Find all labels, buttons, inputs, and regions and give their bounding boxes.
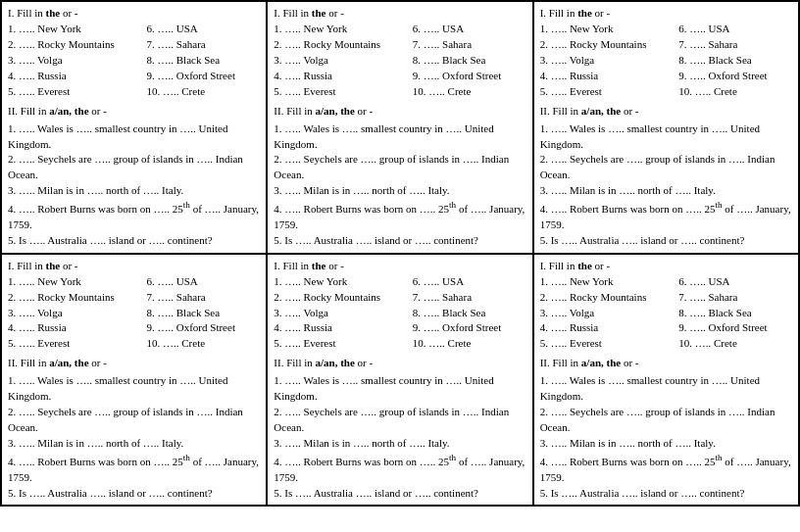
col2-item-4: 10. ….. Crete <box>413 84 526 100</box>
col1-item-4: 5. ….. Everest <box>274 84 413 100</box>
worksheet-cell-2: I. Fill in the or -1. ….. New York2. …..… <box>267 1 532 254</box>
section2-item-3: 4. ….. Robert Burns was born on ….. 25th… <box>8 199 260 233</box>
col2-item-3: 9. ….. Oxford Street <box>678 69 792 84</box>
col2-item-3: 9. ….. Oxford Street <box>147 69 261 84</box>
col1-item-4: 5. ….. Everest <box>8 84 147 100</box>
section2-item-0: 1. ….. Wales is ….. smallest country in … <box>274 121 525 153</box>
col1-item-1: 2. ….. Rocky Mountains <box>540 37 679 53</box>
col1-item-4: 5. ….. Everest <box>540 84 679 100</box>
col2-item-4: 10. ….. Crete <box>413 336 526 352</box>
section2-item-3: 4. ….. Robert Burns was born on ….. 25th… <box>8 452 260 486</box>
worksheet-cell-5: I. Fill in the or -1. ….. New York2. …..… <box>267 254 532 507</box>
section2-item-2: 3. ….. Milan is in ….. north of ….. Ital… <box>274 436 525 452</box>
col2-item-3: 9. ….. Oxford Street <box>678 320 792 336</box>
col2-item-0: 6. ….. USA <box>413 274 526 290</box>
section2-item-4: 5. Is ….. Australia ….. island or ….. co… <box>540 486 792 502</box>
col2-item-2: 8. ….. Black Sea <box>147 306 261 321</box>
col1-item-0: 1. ….. New York <box>274 22 413 37</box>
col1-item-3: 4. ….. Russia <box>274 320 413 336</box>
col2-item-4: 10. ….. Crete <box>678 336 792 352</box>
col1-item-0: 1. ….. New York <box>540 22 679 37</box>
section2-item-4: 5. Is ….. Australia ….. island or ….. co… <box>540 233 792 249</box>
section2-item-1: 2. ….. Seychels are ….. group of islands… <box>8 405 260 436</box>
section2-item-2: 3. ….. Milan is in ….. north of ….. Ital… <box>8 436 260 452</box>
section1-title-1: I. Fill in the or - <box>8 6 260 22</box>
col1-item-3: 4. ….. Russia <box>274 69 413 84</box>
col1-item-2: 3. ….. Volga <box>8 306 147 321</box>
section2-item-1: 2. ….. Seychels are ….. group of islands… <box>540 405 792 436</box>
section2-item-2: 3. ….. Milan is in ….. north of ….. Ital… <box>8 183 260 199</box>
section2-item-3: 4. ….. Robert Burns was born on ….. 25th… <box>274 452 525 486</box>
section2-title-1: II. Fill in a/an, the or - <box>8 104 260 120</box>
col1-item-3: 4. ….. Russia <box>8 320 147 336</box>
col1-item-1: 2. ….. Rocky Mountains <box>274 290 413 306</box>
worksheet: I. Fill in the or -1. ….. New York2. …..… <box>0 0 800 507</box>
worksheet-cell-6: I. Fill in the or -1. ….. New York2. …..… <box>533 254 799 507</box>
section2-item-1: 2. ….. Seychels are ….. group of islands… <box>274 152 525 183</box>
col2-item-1: 7. ….. Sahara <box>147 37 261 53</box>
section1-title-6: I. Fill in the or - <box>540 259 792 274</box>
col1-item-2: 3. ….. Volga <box>540 306 679 321</box>
col1-item-2: 3. ….. Volga <box>274 53 413 69</box>
col1-item-1: 2. ….. Rocky Mountains <box>540 290 679 306</box>
section2-title-3: II. Fill in a/an, the or - <box>540 104 792 120</box>
col1-item-2: 3. ….. Volga <box>8 53 147 69</box>
section2-item-1: 2. ….. Seychels are ….. group of islands… <box>274 405 525 436</box>
section2-item-0: 1. ….. Wales is ….. smallest country in … <box>540 373 792 405</box>
section2-item-4: 5. Is ….. Australia ….. island or ….. co… <box>274 233 525 249</box>
col2-item-2: 8. ….. Black Sea <box>413 306 526 321</box>
section2-item-3: 4. ….. Robert Burns was born on ….. 25th… <box>274 199 525 233</box>
col1-item-3: 4. ….. Russia <box>8 69 147 84</box>
col2-item-1: 7. ….. Sahara <box>413 290 526 306</box>
col1-item-1: 2. ….. Rocky Mountains <box>8 290 147 306</box>
section2-item-4: 5. Is ….. Australia ….. island or ….. co… <box>8 486 260 502</box>
col2-item-3: 9. ….. Oxford Street <box>413 320 526 336</box>
col2-item-2: 8. ….. Black Sea <box>678 306 792 321</box>
section2-item-0: 1. ….. Wales is ….. smallest country in … <box>540 121 792 153</box>
section2-title-5: II. Fill in a/an, the or - <box>274 356 525 371</box>
section2-item-0: 1. ….. Wales is ….. smallest country in … <box>8 121 260 153</box>
section2-title-6: II. Fill in a/an, the or - <box>540 356 792 371</box>
section2-item-4: 5. Is ….. Australia ….. island or ….. co… <box>8 233 260 249</box>
col2-item-1: 7. ….. Sahara <box>678 290 792 306</box>
col1-item-0: 1. ….. New York <box>8 274 147 290</box>
col2-item-1: 7. ….. Sahara <box>413 37 526 53</box>
col2-item-2: 8. ….. Black Sea <box>413 53 526 69</box>
section1-title-2: I. Fill in the or - <box>274 6 525 22</box>
col1-item-1: 2. ….. Rocky Mountains <box>8 37 147 53</box>
col1-item-3: 4. ….. Russia <box>540 69 679 84</box>
col2-item-2: 8. ….. Black Sea <box>678 53 792 69</box>
col2-item-1: 7. ….. Sahara <box>147 290 261 306</box>
col2-item-0: 6. ….. USA <box>678 22 792 37</box>
section1-title-3: I. Fill in the or - <box>540 6 792 22</box>
worksheet-cell-1: I. Fill in the or -1. ….. New York2. …..… <box>1 1 267 254</box>
section2-item-0: 1. ….. Wales is ….. smallest country in … <box>8 373 260 405</box>
col1-item-0: 1. ….. New York <box>540 274 679 290</box>
col1-item-2: 3. ….. Volga <box>274 306 413 321</box>
section2-item-1: 2. ….. Seychels are ….. group of islands… <box>540 152 792 183</box>
section2-title-2: II. Fill in a/an, the or - <box>274 104 525 120</box>
col1-item-4: 5. ….. Everest <box>540 336 679 352</box>
section2-item-1: 2. ….. Seychels are ….. group of islands… <box>8 152 260 183</box>
worksheet-cell-4: I. Fill in the or -1. ….. New York2. …..… <box>1 254 267 507</box>
col2-item-0: 6. ….. USA <box>147 274 261 290</box>
section2-item-0: 1. ….. Wales is ….. smallest country in … <box>274 373 525 405</box>
col1-item-0: 1. ….. New York <box>274 274 413 290</box>
col2-item-0: 6. ….. USA <box>147 22 261 37</box>
col1-item-3: 4. ….. Russia <box>540 320 679 336</box>
col2-item-3: 9. ….. Oxford Street <box>147 320 261 336</box>
section2-item-3: 4. ….. Robert Burns was born on ….. 25th… <box>540 452 792 486</box>
col2-item-4: 10. ….. Crete <box>678 84 792 100</box>
col2-item-3: 9. ….. Oxford Street <box>413 69 526 84</box>
section2-item-2: 3. ….. Milan is in ….. north of ….. Ital… <box>274 183 525 199</box>
col2-item-2: 8. ….. Black Sea <box>147 53 261 69</box>
section2-item-2: 3. ….. Milan is in ….. north of ….. Ital… <box>540 436 792 452</box>
section2-item-3: 4. ….. Robert Burns was born on ….. 25th… <box>540 199 792 233</box>
section1-title-4: I. Fill in the or - <box>8 259 260 274</box>
col1-item-0: 1. ….. New York <box>8 22 147 37</box>
col1-item-1: 2. ….. Rocky Mountains <box>274 37 413 53</box>
section2-item-4: 5. Is ….. Australia ….. island or ….. co… <box>274 486 525 502</box>
col2-item-4: 10. ….. Crete <box>147 336 261 352</box>
section2-title-4: II. Fill in a/an, the or - <box>8 356 260 371</box>
col2-item-0: 6. ….. USA <box>413 22 526 37</box>
